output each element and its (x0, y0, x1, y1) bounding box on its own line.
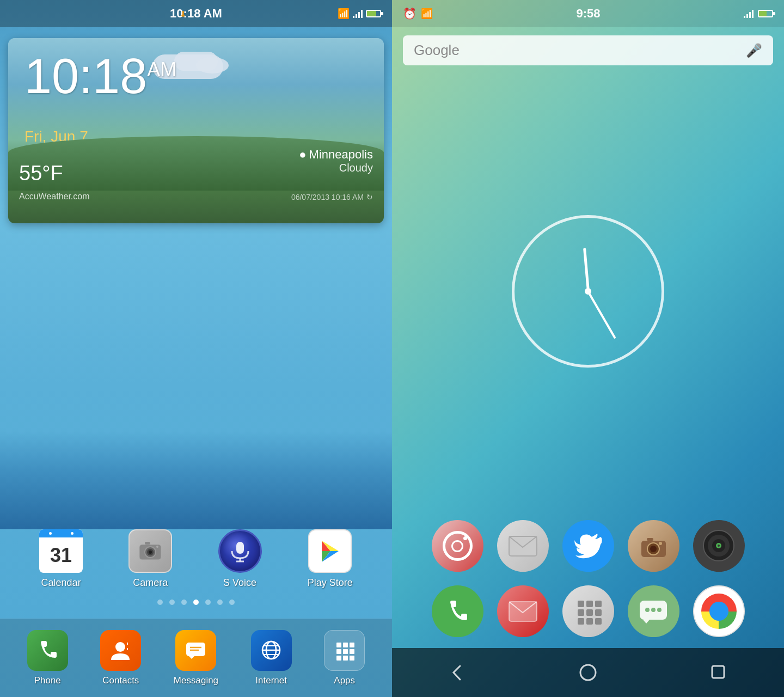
calendar-app-icon[interactable]: 31 Calendar (39, 529, 83, 589)
battery-icon-right (758, 10, 773, 17)
mail-white-icon[interactable] (497, 520, 549, 572)
clock-widget (392, 74, 784, 509)
apps-grid-svg (573, 596, 603, 626)
mail-red-icon[interactable] (497, 585, 549, 637)
status-icons-right-side (744, 9, 773, 18)
recents-button[interactable] (705, 659, 732, 686)
weather-condition: Cloudy (299, 162, 373, 174)
playstore-app-icon[interactable]: Play Store (308, 529, 353, 589)
messenger-svg (638, 596, 669, 626)
app-grid (392, 509, 784, 648)
microphone-svg (226, 537, 254, 565)
phone-dock-icon[interactable]: Phone (27, 630, 68, 686)
cloud-3 (196, 57, 229, 74)
svoice-label: S Voice (223, 577, 256, 589)
contacts-dock-icon[interactable]: Contacts (100, 630, 141, 686)
messaging-icon-image (175, 630, 216, 671)
google-search-bar[interactable]: Google 🎤 (403, 35, 773, 65)
svg-rect-47 (578, 601, 584, 607)
svg-rect-51 (586, 609, 593, 616)
page-indicators (0, 600, 392, 605)
page-dot-1[interactable] (157, 600, 163, 605)
battery-fill-right (759, 11, 767, 16)
hour-hand (583, 248, 590, 291)
playstore-svg (315, 536, 345, 566)
internet-dock-icon[interactable]: Internet (251, 630, 292, 686)
camera-retro-svg (639, 533, 669, 560)
camera-retro-icon[interactable] (628, 520, 679, 572)
svg-rect-30 (343, 649, 348, 654)
signal-bars-right (744, 9, 754, 18)
internet-svg (259, 638, 284, 663)
svg-point-38 (650, 546, 657, 552)
svg-rect-55 (595, 618, 602, 625)
wifi-icon: 📶 (338, 8, 350, 20)
page-dot-5[interactable] (205, 600, 211, 605)
svg-rect-4 (145, 542, 150, 545)
refresh-icon[interactable]: ↻ (366, 193, 373, 201)
twitter-icon[interactable] (562, 520, 614, 572)
svg-point-60 (657, 608, 661, 612)
signal-bars (353, 9, 363, 18)
minute-hand (587, 291, 616, 339)
svg-rect-31 (350, 649, 354, 654)
calendar-date: 31 (39, 537, 83, 573)
apps-dock-label: Apps (334, 675, 355, 686)
contacts-dock-label: Contacts (102, 675, 139, 686)
mail-white-svg (508, 535, 538, 557)
home-button[interactable] (574, 659, 602, 686)
svg-rect-48 (586, 601, 593, 607)
weather-updated: 06/07/2013 10:16 AM ↻ (291, 193, 373, 201)
camera-app-icon[interactable]: Camera (128, 529, 172, 589)
weather-location: ● Minneapolis Cloudy (299, 148, 373, 174)
weather-time: 10:18AM (24, 52, 176, 101)
microphone-icon[interactable]: 🎤 (746, 43, 762, 58)
messenger-icon[interactable] (628, 585, 679, 637)
left-panel: 10:18 AM 📶 ⇓ 10:18AM Fri, Jun (0, 0, 392, 697)
twitter-svg (573, 533, 603, 560)
back-button[interactable] (444, 659, 471, 686)
svoice-app-icon[interactable]: S Voice (218, 529, 262, 589)
analog-clock (512, 215, 664, 368)
contacts-svg (108, 638, 133, 663)
weather-provider: AccuWeather.com (19, 192, 90, 201)
home-circle-icon (579, 663, 598, 682)
svg-rect-49 (595, 601, 602, 607)
apps-icon-image (324, 630, 365, 671)
water-ripple (0, 431, 392, 529)
phone-svg (35, 638, 60, 663)
page-dot-7[interactable] (229, 600, 235, 605)
app-icons-row: 31 Calendar Camera (0, 529, 392, 589)
app-grid-row-2 (414, 585, 762, 637)
svg-rect-53 (578, 618, 584, 625)
phone-green-icon[interactable] (432, 585, 483, 637)
svg-rect-28 (350, 643, 354, 647)
page-dot-3[interactable] (181, 600, 187, 605)
camera-label: Camera (133, 577, 168, 589)
page-dot-2[interactable] (169, 600, 175, 605)
svg-rect-6 (236, 542, 244, 554)
svoice-icon-image (218, 529, 262, 573)
status-icons-left-right: ⏰ 📶 (403, 7, 433, 20)
status-bar-right: ⏰ 📶 9:58 (392, 0, 784, 27)
page-dot-6[interactable] (217, 600, 223, 605)
internet-icon-image (251, 630, 292, 671)
messaging-svg (183, 638, 208, 663)
page-dot-4-active[interactable] (193, 600, 199, 605)
svg-rect-52 (595, 609, 602, 616)
apps-grid-icon[interactable] (562, 585, 614, 637)
calendar-label: Calendar (41, 577, 81, 589)
apps-dock-icon[interactable]: Apps (324, 630, 365, 686)
phone-green-svg (444, 598, 471, 625)
svg-point-45 (718, 545, 720, 547)
svg-rect-62 (712, 666, 724, 678)
messaging-dock-icon[interactable]: Messaging (174, 630, 218, 686)
svg-rect-34 (350, 656, 354, 661)
location-pin-icon: ● (299, 148, 306, 162)
apps-svg (332, 638, 357, 663)
chrome-icon[interactable] (693, 585, 745, 637)
vinyl-icon[interactable] (693, 520, 745, 572)
time-left: 10:18 AM (170, 7, 222, 21)
google-logo: Google (414, 42, 460, 59)
instagram-icon[interactable] (432, 520, 483, 572)
